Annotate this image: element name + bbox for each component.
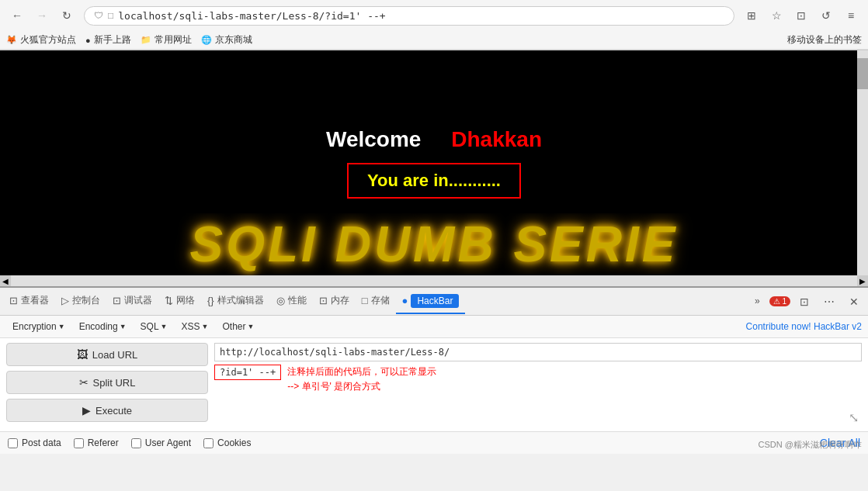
hackbar-bottom-bar: Post data Referer User Agent Cookies Cle…: [0, 431, 868, 454]
encryption-label: Encryption: [12, 321, 57, 332]
devtools-perf-tab[interactable]: ◎ 性能: [270, 289, 313, 313]
encoding-arrow: ▼: [120, 323, 127, 330]
split-url-label: Split URL: [93, 377, 136, 389]
refresh-button[interactable]: ↻: [56, 5, 78, 26]
bookmark-common-label: 常用网址: [155, 33, 192, 47]
bookmark-common[interactable]: 📁 常用网址: [141, 33, 192, 47]
error-icon: ⚠: [773, 297, 780, 306]
devtools-debugger-tab[interactable]: ⊡ 调试器: [106, 289, 158, 313]
devtools-hackbar-tab[interactable]: ● HackBar: [396, 289, 466, 314]
scroll-right-arrow[interactable]: ▶: [857, 275, 868, 286]
bookmark-beginner[interactable]: ● 新手上路: [85, 33, 131, 47]
load-url-icon: 🖼: [77, 348, 88, 361]
cookies-input[interactable]: [203, 438, 214, 448]
cookies-label: Cookies: [217, 437, 251, 448]
post-data-label: Post data: [22, 437, 61, 448]
contribute-link[interactable]: Contribute now! HackBar v2: [746, 321, 862, 332]
page-icon: □: [108, 10, 113, 21]
url-param-box[interactable]: ?id=1' --+: [214, 365, 281, 380]
devtools-close-button[interactable]: ✕: [843, 291, 865, 313]
address-bar[interactable]: [118, 10, 724, 22]
memory-icon: ⊡: [319, 295, 328, 306]
encoding-menu[interactable]: Encoding ▼: [73, 319, 133, 334]
xss-label: XSS: [182, 321, 200, 332]
encryption-arrow: ▼: [58, 323, 65, 330]
devtools-new-tab-button[interactable]: ⊡: [793, 291, 815, 313]
scrollbar-thumb[interactable]: [857, 58, 868, 89]
perf-label: 性能: [288, 294, 307, 307]
vertical-scrollbar[interactable]: [857, 50, 868, 275]
devtools-more-button[interactable]: ⋯: [818, 291, 840, 313]
referer-checkbox[interactable]: Referer: [74, 437, 119, 448]
network-label: 网络: [176, 294, 195, 307]
horizontal-scrollbar[interactable]: ◀ ▶: [0, 275, 868, 286]
load-url-button[interactable]: 🖼 Load URL: [6, 343, 208, 366]
xss-arrow: ▼: [202, 323, 209, 330]
comment-line1: 注释掉后面的代码后，可以正常显示: [287, 365, 436, 379]
inspector-label: 查看器: [21, 294, 49, 307]
execute-label: Execute: [95, 405, 132, 417]
devtools-style-tab[interactable]: {} 样式编辑器: [201, 289, 270, 313]
undo-button[interactable]: ↺: [815, 5, 837, 26]
user-agent-checkbox[interactable]: User Agent: [131, 437, 191, 448]
split-url-button[interactable]: ✂ Split URL: [6, 371, 208, 394]
globe-icon: 🌐: [201, 35, 212, 45]
comment-line2: --> 单引号' 是闭合方式: [287, 379, 436, 394]
error-count: 1: [782, 297, 786, 306]
hackbar-toolbar: Encryption ▼ Encoding ▼ SQL ▼ XSS ▼ Othe…: [0, 316, 868, 338]
user-agent-input[interactable]: [131, 438, 141, 448]
url-comment: 注释掉后面的代码后，可以正常显示 --> 单引号' 是闭合方式: [287, 365, 436, 394]
extensions-button[interactable]: ⊡: [790, 5, 812, 26]
sql-label: SQL: [141, 321, 159, 332]
bookmark-firefox[interactable]: 🦊 火狐官方站点: [6, 33, 76, 47]
url-main-input[interactable]: [214, 343, 862, 361]
debugger-icon: ⊡: [113, 295, 121, 306]
encryption-menu[interactable]: Encryption ▼: [6, 319, 71, 334]
perf-icon: ◎: [276, 295, 285, 306]
back-button[interactable]: ←: [6, 5, 28, 26]
post-data-checkbox[interactable]: Post data: [8, 437, 61, 448]
you-are-in-text: You are in...........: [367, 171, 501, 190]
split-url-icon: ✂: [79, 376, 89, 389]
hackbar-dot-icon: ●: [402, 295, 408, 306]
console-icon: ▷: [61, 295, 69, 306]
bookmark-beginner-label: 新手上路: [94, 33, 131, 47]
post-data-input[interactable]: [8, 438, 18, 448]
cookies-checkbox[interactable]: Cookies: [203, 437, 251, 448]
scroll-left-arrow[interactable]: ◀: [0, 275, 11, 286]
sql-menu[interactable]: SQL ▼: [134, 319, 174, 334]
network-icon: ⇅: [165, 295, 173, 306]
devtools-storage-tab[interactable]: □ 存储: [356, 289, 396, 313]
firefox-icon: 🦊: [6, 35, 17, 45]
devtools-console-tab[interactable]: ▷ 控制台: [55, 289, 106, 313]
qr-button[interactable]: ⊞: [741, 5, 762, 26]
hackbar-content: 🖼 Load URL ✂ Split URL ▶ Execute ?id=1' …: [0, 338, 868, 431]
bookmark-firefox-label: 火狐官方站点: [20, 33, 76, 47]
error-badge: ⚠ 1: [769, 296, 790, 306]
load-url-label: Load URL: [92, 349, 138, 361]
resize-handle[interactable]: ⤡: [849, 410, 859, 425]
referer-label: Referer: [88, 437, 119, 448]
mobile-bookmarks: 移动设备上的书签: [787, 33, 862, 47]
url-params-row: ?id=1' --+ 注释掉后面的代码后，可以正常显示 --> 单引号' 是闭合…: [214, 365, 862, 394]
xss-menu[interactable]: XSS ▼: [175, 319, 215, 334]
devtools-memory-tab[interactable]: ⊡ 内存: [313, 289, 356, 313]
menu-button[interactable]: ≡: [840, 5, 862, 26]
devtools-inspector-tab[interactable]: ⊡ 查看器: [3, 289, 55, 313]
execute-icon: ▶: [82, 404, 91, 417]
user-agent-label: User Agent: [145, 437, 191, 448]
sql-arrow: ▼: [161, 323, 168, 330]
execute-button[interactable]: ▶ Execute: [6, 399, 208, 422]
other-menu[interactable]: Other ▼: [216, 319, 260, 334]
security-icon: 🛡: [94, 10, 103, 21]
bookmark-button[interactable]: ☆: [766, 5, 787, 26]
more-tabs-button[interactable]: »: [748, 291, 766, 313]
devtools-network-tab[interactable]: ⇅ 网络: [158, 289, 201, 313]
scroll-track[interactable]: [11, 275, 857, 286]
referer-input[interactable]: [74, 438, 84, 448]
folder-icon: 📁: [141, 35, 151, 45]
forward-button[interactable]: →: [31, 5, 53, 26]
encoding-label: Encoding: [79, 321, 118, 332]
hackbar-action-buttons: 🖼 Load URL ✂ Split URL ▶ Execute: [6, 343, 208, 427]
bookmark-jd[interactable]: 🌐 京东商城: [201, 33, 252, 47]
